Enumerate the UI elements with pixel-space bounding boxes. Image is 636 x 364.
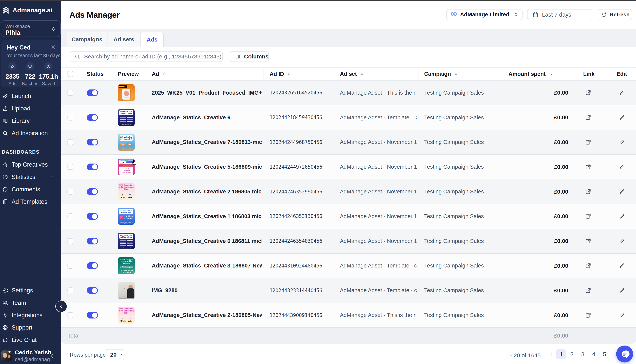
status-toggle[interactable] [87, 238, 98, 244]
columns-button[interactable]: Columns [230, 51, 269, 62]
row-checkbox[interactable] [68, 312, 73, 318]
page-button-4[interactable]: 4 [589, 349, 598, 359]
status-toggle[interactable] [87, 213, 98, 220]
row-checkbox[interactable] [68, 90, 73, 96]
external-link-icon[interactable] [585, 139, 591, 146]
edit-pencil-icon[interactable] [619, 238, 625, 244]
page-button-3[interactable]: 3 [578, 349, 588, 359]
external-link-icon[interactable] [585, 287, 591, 294]
ad-name[interactable]: IMG_9280 [152, 287, 262, 294]
sidebar-item-settings[interactable]: Settings [0, 284, 61, 296]
ad-name[interactable]: AdManage_Statics_Creative 1 186803 micka… [152, 213, 262, 220]
sidebar-item-ad-inspiration[interactable]: Ad Inspiration [0, 127, 61, 139]
row-checkbox[interactable] [68, 139, 73, 145]
column-header-ad[interactable]: Ad [152, 68, 167, 80]
external-link-icon[interactable] [585, 90, 591, 96]
ad-preview-thumbnail[interactable]: Still Uploading Ads Manually?YesNoAdmana… [118, 134, 135, 150]
ad-name[interactable]: AdManage_Statics_Creative 7-186813-micka… [152, 139, 262, 145]
search-input[interactable]: Search by ad name or ad ID (e.g., 123456… [70, 51, 223, 62]
edit-pencil-icon[interactable] [619, 189, 625, 194]
sidebar-item-integrations[interactable]: Integrations [0, 309, 61, 321]
ad-preview-thumbnail[interactable] [118, 84, 135, 101]
edit-pencil-icon[interactable] [619, 90, 625, 96]
ad-preview-thumbnail[interactable]: 90% Reduction in Ad Launching Time♫TikTo… [118, 307, 135, 324]
ad-set: AdManage Adset - November 15th - [340, 238, 417, 244]
tab-campaigns[interactable]: Campaigns [67, 32, 107, 47]
workspace-selector[interactable]: Workspace Pihla [1, 20, 61, 37]
ad-preview-thumbnail[interactable]: Automate Your Ad WorkflowsAdmanage.ai [118, 233, 135, 250]
column-header-amount_spent[interactable]: Amount spent [508, 68, 553, 80]
sort-icon [287, 72, 292, 76]
page-button-5[interactable]: 5 [600, 349, 609, 359]
edit-pencil-icon[interactable] [619, 288, 625, 293]
live-chat-fab[interactable] [616, 346, 633, 362]
sidebar-item-upload[interactable]: Upload [0, 102, 61, 114]
external-link-icon[interactable] [585, 164, 591, 170]
ad-preview-thumbnail[interactable]: Free Your Team From Repetitive Uploads.▲… [118, 258, 135, 274]
row-checkbox[interactable] [68, 189, 73, 194]
date-range-selector[interactable]: Last 7 days [527, 9, 592, 20]
ad-preview-thumbnail[interactable]: 90% Reduction in Ad Launching Time♫TikTo… [118, 183, 135, 200]
rows-per-page-select[interactable]: 20 [106, 349, 124, 360]
close-icon[interactable] [51, 44, 56, 50]
sidebar-item-live-chat[interactable]: Live Chat [0, 334, 61, 346]
sidebar-item-statistics[interactable]: Statistics [0, 171, 61, 183]
external-link-icon[interactable] [585, 213, 591, 220]
select-all-checkbox[interactable] [68, 71, 73, 77]
row-checkbox[interactable] [68, 164, 73, 170]
edit-pencil-icon[interactable] [619, 263, 625, 268]
chevron-left-icon[interactable] [549, 352, 554, 357]
edit-pencil-icon[interactable] [619, 139, 625, 145]
row-checkbox[interactable] [68, 263, 73, 268]
edit-pencil-icon[interactable] [619, 114, 625, 120]
status-toggle[interactable] [87, 312, 98, 318]
row-checkbox[interactable] [68, 114, 73, 120]
ad-name[interactable]: AdManage_Statics_Creative 2 186805 micka… [152, 188, 262, 195]
status-toggle[interactable] [87, 287, 98, 294]
column-header-campaign[interactable]: Campaign [424, 68, 459, 80]
account-selector[interactable]: ∞ AdManage Limited [446, 9, 523, 20]
sidebar-item-support[interactable]: Support [0, 321, 61, 334]
ad-name[interactable]: AdManage_Statics_Creative 6 186811 micka… [152, 238, 262, 244]
ad-preview-thumbnail[interactable] [118, 282, 135, 299]
column-header-ad_set[interactable]: Ad set [340, 68, 364, 80]
edit-pencil-icon[interactable] [619, 312, 625, 318]
status-toggle[interactable] [87, 139, 98, 146]
external-link-icon[interactable] [585, 238, 591, 244]
status-toggle[interactable] [87, 114, 98, 121]
status-toggle[interactable] [87, 90, 98, 96]
sidebar-collapse-button[interactable] [55, 300, 67, 312]
sidebar-item-comments[interactable]: Comments [0, 183, 61, 196]
app-logo[interactable]: Admanage.ai [2, 6, 52, 14]
sidebar-item-launch[interactable]: Launch [0, 90, 61, 102]
ad-preview-thumbnail[interactable]: Automate Your Ad WorkflowsAdmanage.ai [118, 109, 135, 126]
external-link-icon[interactable] [585, 312, 591, 318]
row-checkbox[interactable] [68, 238, 73, 244]
tab-ads[interactable]: Ads [140, 32, 164, 47]
external-link-icon[interactable] [585, 262, 591, 269]
sidebar-item-library[interactable]: Library [0, 114, 61, 127]
ad-name[interactable]: AdManage_Statics_Creative 5-186809-micka… [152, 164, 262, 170]
sidebar-item-ad-templates[interactable]: Ad Templates [0, 196, 61, 208]
page-button-1[interactable]: 1 [556, 349, 566, 359]
status-toggle[interactable] [87, 164, 98, 170]
column-header-ad_id[interactable]: Ad ID [270, 68, 292, 80]
ad-name[interactable]: AdManage_Statics_Creative 2-186805-NewCr… [152, 312, 262, 318]
edit-pencil-icon[interactable] [619, 214, 625, 219]
external-link-icon[interactable] [585, 114, 591, 121]
tab-ad-sets[interactable]: Ad sets [108, 32, 140, 47]
refresh-button[interactable]: Refresh [597, 9, 632, 20]
ad-name[interactable]: AdManage_Statics_Creative 3-186807-NewCr… [152, 262, 262, 269]
sidebar-item-team[interactable]: Team [0, 296, 61, 309]
page-button-2[interactable]: 2 [567, 349, 577, 359]
ad-name[interactable]: AdManage_Statics_Creative 6 [152, 114, 262, 121]
edit-pencil-icon[interactable] [619, 164, 625, 170]
status-toggle[interactable] [87, 262, 98, 269]
sidebar-item-top-creatives[interactable]: Top Creatives [0, 158, 61, 171]
ad-preview-thumbnail[interactable]: Launch 100s of Ads in <1min.→∞ Meta♫ Tik… [118, 208, 135, 225]
row-checkbox[interactable] [68, 288, 73, 293]
ad-name[interactable]: 2025_WK25_V01_Product_Focused_IMG+TEXT_C [152, 90, 262, 96]
external-link-icon[interactable] [585, 188, 591, 195]
row-checkbox[interactable] [68, 214, 73, 219]
status-toggle[interactable] [87, 188, 98, 195]
